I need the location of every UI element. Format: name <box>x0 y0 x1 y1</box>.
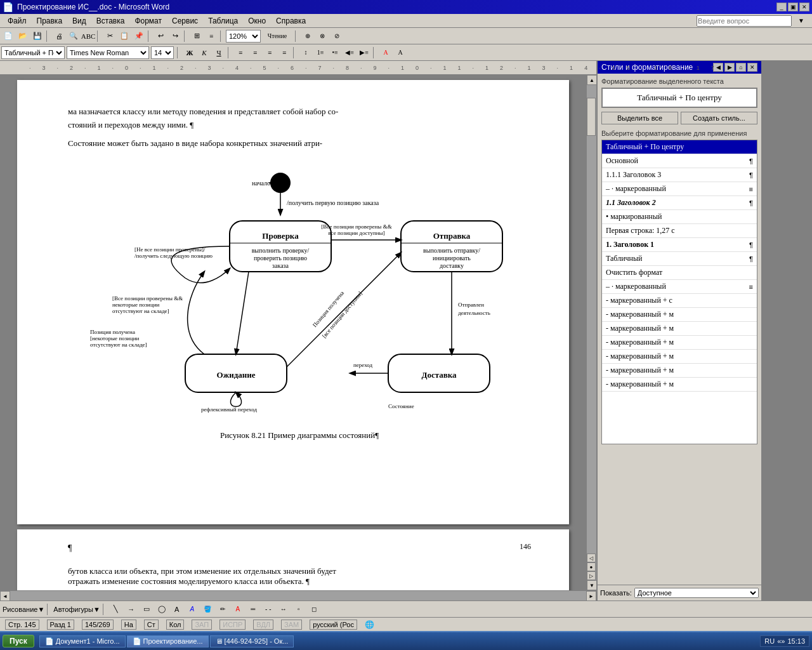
numbering[interactable]: 1≡ <box>313 46 327 60</box>
misc1[interactable]: ⊕ <box>301 29 315 43</box>
menu-format[interactable]: Формат <box>129 15 167 27</box>
preview-button[interactable]: 🔍 <box>67 29 81 43</box>
menu-table[interactable]: Таблица <box>203 15 243 27</box>
style-list-item-0[interactable]: Табличный + По центру <box>602 140 757 154</box>
new-button[interactable]: 📄 <box>1 29 15 43</box>
style-list-item-2[interactable]: 1.1.1 Заголовок 3¶ <box>602 168 757 182</box>
hscroll-right-button[interactable]: ► <box>586 591 596 601</box>
italic-button[interactable]: К <box>197 46 211 60</box>
start-button[interactable]: Пуск <box>3 635 34 647</box>
shadow-style[interactable]: ▫ <box>292 602 306 616</box>
oval-tool[interactable]: ◯ <box>155 602 169 616</box>
style-list-item-14[interactable]: - маркерованный + м <box>602 336 757 350</box>
3d-style[interactable]: ◻ <box>307 602 321 616</box>
panel-home-button[interactable]: ⌂ <box>736 63 746 72</box>
misc2[interactable]: ⊗ <box>315 29 329 43</box>
style-list-item-17[interactable]: - маркерованный + м <box>602 378 757 392</box>
style-list-item-5[interactable]: • маркированный <box>602 210 757 224</box>
indent-inc[interactable]: ▶≡ <box>357 46 371 60</box>
hscroll-left-button[interactable]: ◄ <box>0 591 10 601</box>
window-controls[interactable]: _ ▣ ✕ <box>776 3 809 11</box>
table-button[interactable]: ⊞ <box>190 29 204 43</box>
style-list-item-7[interactable]: 1. Заголовок 1¶ <box>602 238 757 252</box>
bold-button[interactable]: Ж <box>183 46 197 60</box>
scroll-track[interactable]: ◁ ● ▷ <box>587 85 596 580</box>
menu-tools[interactable]: Сервис <box>167 15 203 27</box>
highlight[interactable]: A <box>379 46 393 60</box>
style-list-item-6[interactable]: Первая строка: 1,27 с <box>602 224 757 238</box>
line-color[interactable]: ✏ <box>216 602 230 616</box>
select-all-button[interactable]: Выделить все <box>601 112 678 124</box>
style-list-item-16[interactable]: - маркерованный + м <box>602 364 757 378</box>
align-justify[interactable]: ≡ <box>277 46 291 60</box>
misc3[interactable]: ⊘ <box>330 29 344 43</box>
print-button[interactable]: 🖨 <box>52 29 66 43</box>
scroll-down-button[interactable]: ▼ <box>587 580 596 590</box>
read-button[interactable]: Чтение <box>261 29 293 43</box>
style-list-item-13[interactable]: - маркерованный + м <box>602 322 757 336</box>
fill-color[interactable]: 🪣 <box>200 602 214 616</box>
style-list-item-4[interactable]: 1.1 Заголовок 2¶ <box>602 196 757 210</box>
minimize-button[interactable]: _ <box>776 3 787 11</box>
wordart-tool[interactable]: A <box>185 602 199 616</box>
maximize-button[interactable]: ▣ <box>788 3 798 11</box>
style-dropdown[interactable]: Табличный + По... <box>1 46 65 59</box>
copy-button[interactable]: 📋 <box>117 29 131 43</box>
indent-dec[interactable]: ◀≡ <box>343 46 357 60</box>
horizontal-scrollbar[interactable]: ◄ ► <box>0 590 596 600</box>
taskbar-item-2[interactable]: 📄 Проектирование... <box>127 635 209 647</box>
next-page-button[interactable]: ▷ <box>587 571 596 580</box>
dash-style[interactable]: - - <box>261 602 275 616</box>
underline-button[interactable]: Ч <box>212 46 226 60</box>
menu-help[interactable]: Справка <box>271 15 311 27</box>
menu-view[interactable]: Вид <box>67 15 91 27</box>
style-list-item-11[interactable]: - маркерованный + с <box>602 294 757 308</box>
save-button[interactable]: 💾 <box>30 29 44 43</box>
spell-button[interactable]: ABC <box>81 29 95 43</box>
style-list-item-12[interactable]: - маркерованный + м <box>602 308 757 322</box>
zoom-dropdown[interactable]: 120% 100% 150% <box>226 30 261 43</box>
line-style[interactable]: ═ <box>246 602 260 616</box>
help-search-btn[interactable]: ▼ <box>793 16 809 25</box>
line-spacing[interactable]: ↕ <box>299 46 313 60</box>
textbox-tool[interactable]: A <box>170 602 184 616</box>
help-search-input[interactable] <box>697 15 792 27</box>
align-center[interactable]: ≡ <box>248 46 262 60</box>
close-button[interactable]: ✕ <box>799 3 809 11</box>
autoshapes-label[interactable]: Автофигуры▼ <box>53 606 100 613</box>
cut-button[interactable]: ✂ <box>103 29 117 43</box>
font-color2[interactable]: A <box>231 602 245 616</box>
font-dropdown[interactable]: Times New Roman <box>67 46 149 59</box>
menu-window[interactable]: Окно <box>243 15 271 27</box>
paste-button[interactable]: 📌 <box>132 29 146 43</box>
align-left[interactable]: ≡ <box>233 46 247 60</box>
taskbar-item-3[interactable]: 🖥 [446-924-925] - Ок... <box>210 635 294 647</box>
vertical-scrollbar[interactable]: ▲ ◁ ● ▷ ▼ <box>586 75 596 590</box>
style-list-item-10[interactable]: – · маркерованный≡ <box>602 280 757 294</box>
bullets[interactable]: •≡ <box>328 46 342 60</box>
arrow-tool[interactable]: → <box>124 602 138 616</box>
create-style-button[interactable]: Создать стиль... <box>681 112 757 124</box>
hscroll-track[interactable] <box>10 591 586 600</box>
style-list-item-15[interactable]: - маркерованный + м <box>602 350 757 364</box>
taskbar-item-1[interactable]: 📄 Документ1 - Micro... <box>39 635 126 647</box>
style-list-item-8[interactable]: Табличный¶ <box>602 252 757 266</box>
arrow-style[interactable]: ↔ <box>277 602 291 616</box>
show-dropdown[interactable]: Доступное <box>634 588 759 598</box>
panel-forward-button[interactable]: ▶ <box>724 63 735 72</box>
undo-button[interactable]: ↩ <box>154 29 167 43</box>
style-list-item-9[interactable]: Очистить формат <box>602 266 757 280</box>
redo-button[interactable]: ↪ <box>168 29 182 43</box>
columns-button[interactable]: ≡ <box>204 29 218 43</box>
scroll-thumb[interactable] <box>587 98 596 136</box>
font-color[interactable]: A <box>393 46 407 60</box>
style-list-item-3[interactable]: – · маркерованный≡ <box>602 182 757 196</box>
menu-edit[interactable]: Правка <box>32 15 68 27</box>
scroll-up-button[interactable]: ▲ <box>587 75 596 85</box>
menu-file[interactable]: Файл <box>3 15 32 27</box>
align-right[interactable]: ≡ <box>263 46 277 60</box>
open-button[interactable]: 📂 <box>16 29 30 43</box>
size-dropdown[interactable]: 14 12 10 <box>151 46 174 59</box>
panel-close-button[interactable]: ✕ <box>747 63 757 72</box>
style-list-item-1[interactable]: Основной¶ <box>602 154 757 168</box>
